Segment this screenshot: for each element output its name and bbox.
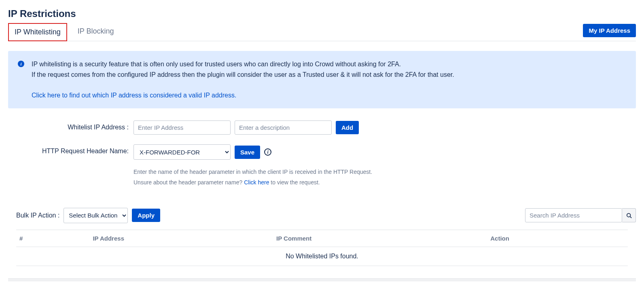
col-ip-comment: IP Comment	[273, 230, 487, 247]
info-text-line2: If the request comes from the configured…	[32, 71, 454, 78]
my-ip-address-button[interactable]: My IP Address	[583, 24, 636, 37]
svg-point-0	[627, 213, 630, 217]
col-ip-address: IP Address	[89, 230, 273, 247]
search-wrap	[525, 208, 636, 222]
http-header-select[interactable]: X-FORWARDED-FOR	[133, 144, 231, 160]
http-header-label: HTTP Request Header Name:	[8, 144, 133, 155]
ip-description-input[interactable]	[235, 120, 332, 135]
bulk-action-select[interactable]: Select Bulk Action	[64, 208, 128, 223]
tab-ip-whitelisting[interactable]: IP Whitelisting	[8, 23, 67, 41]
whitelist-ip-row: Whitelist IP Address : Add	[8, 120, 636, 135]
info-box: IP whitelisting is a security feature th…	[8, 51, 636, 108]
footer-bar	[8, 278, 636, 281]
ip-table: # IP Address IP Comment Action No Whitel…	[16, 230, 628, 266]
table-row: No Whitelisted IPs found.	[16, 247, 628, 266]
ip-address-input[interactable]	[133, 120, 231, 135]
page-title: IP Restrictions	[8, 8, 636, 19]
table-header-row: # IP Address IP Comment Action	[16, 230, 628, 247]
help-click-here-link[interactable]: Click here	[244, 179, 269, 186]
search-ip-input[interactable]	[525, 208, 622, 222]
info-content: IP whitelisting is a security feature th…	[32, 59, 454, 100]
add-button[interactable]: Add	[336, 121, 359, 134]
bulk-action-row: Bulk IP Action : Select Bulk Action Appl…	[16, 208, 636, 223]
col-hash: #	[16, 230, 89, 247]
tabs: IP Whitelisting IP Blocking	[8, 23, 583, 41]
bulk-action-label: Bulk IP Action :	[16, 212, 59, 219]
http-header-help-text: Enter the name of the header parameter i…	[133, 167, 636, 187]
info-icon	[18, 61, 24, 67]
search-button[interactable]	[622, 208, 636, 222]
empty-message: No Whitelisted IPs found.	[16, 247, 628, 266]
tabs-row: IP Whitelisting IP Blocking My IP Addres…	[8, 23, 636, 41]
search-icon	[626, 213, 632, 218]
help-line2-pre: Unsure about the header parameter name?	[133, 179, 244, 186]
http-header-row: HTTP Request Header Name: X-FORWARDED-FO…	[8, 144, 636, 187]
info-text-line1: IP whitelisting is a security feature th…	[32, 61, 401, 68]
help-line2-post: to view the request.	[269, 179, 320, 186]
save-button[interactable]: Save	[235, 146, 260, 159]
whitelist-ip-label: Whitelist IP Address :	[8, 120, 133, 131]
col-action: Action	[487, 230, 628, 247]
info-valid-ip-link[interactable]: Click here to find out which IP address …	[32, 92, 236, 99]
header-info-icon[interactable]: i	[264, 148, 271, 156]
apply-button[interactable]: Apply	[132, 209, 160, 222]
help-line1: Enter the name of the header parameter i…	[133, 169, 372, 175]
tab-ip-blocking[interactable]: IP Blocking	[72, 23, 120, 41]
svg-line-1	[630, 216, 631, 218]
